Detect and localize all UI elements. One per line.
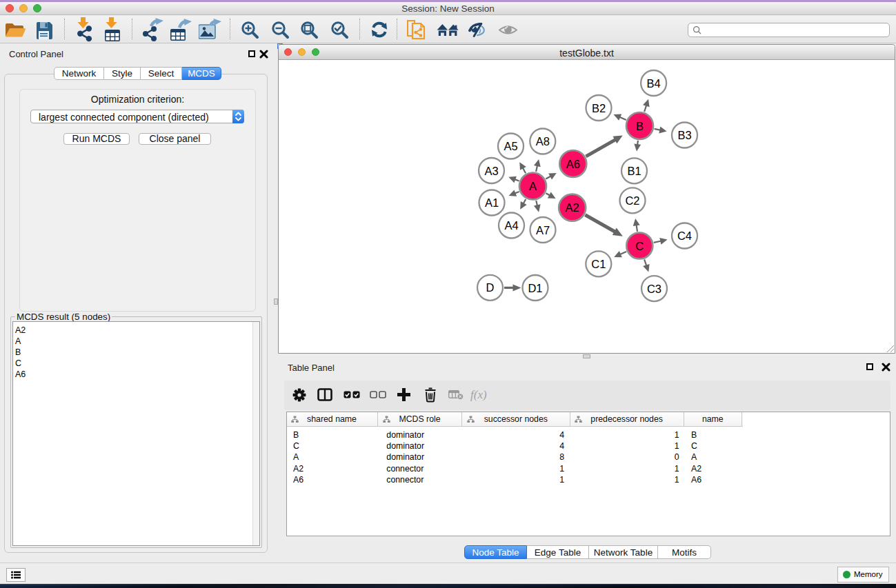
svg-text:A8: A8 [536,135,550,148]
svg-text:B3: B3 [677,129,691,141]
svg-text:C1: C1 [591,258,606,270]
svg-text:D: D [486,281,495,294]
svg-text:A3: A3 [484,165,498,177]
svg-text:B4: B4 [647,77,661,90]
svg-text:C2: C2 [625,194,639,207]
svg-text:A: A [529,180,537,192]
svg-text:B1: B1 [627,165,641,177]
svg-text:A4: A4 [504,219,518,232]
svg-text:A7: A7 [536,224,550,236]
svg-text:A2: A2 [566,201,579,214]
svg-text:C3: C3 [647,283,661,295]
svg-text:A1: A1 [485,196,499,209]
svg-text:A5: A5 [504,140,517,152]
svg-text:C4: C4 [677,230,692,242]
svg-text:C: C [635,240,644,252]
svg-text:A6: A6 [566,158,580,170]
svg-text:B2: B2 [592,102,606,114]
svg-text:D1: D1 [528,282,542,294]
svg-text:B: B [636,120,644,132]
